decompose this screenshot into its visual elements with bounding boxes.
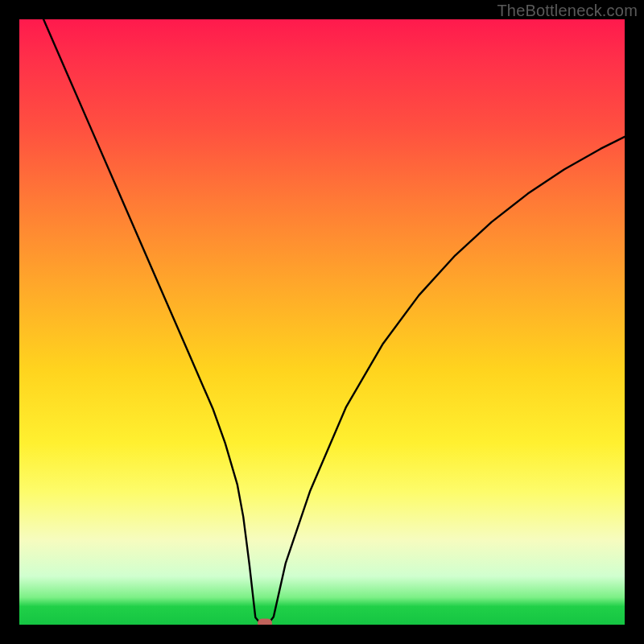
plot-area	[19, 19, 625, 625]
minimum-marker	[258, 618, 272, 625]
chart-frame: TheBottleneck.com	[0, 0, 644, 644]
watermark-text: TheBottleneck.com	[497, 2, 638, 20]
bottleneck-curve	[19, 19, 625, 625]
